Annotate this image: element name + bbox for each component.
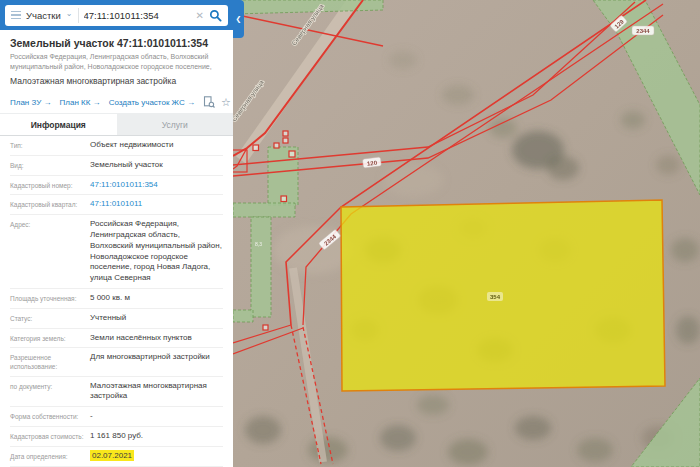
row-value: 1 161 850 руб.: [90, 431, 223, 442]
row-label: Тип:: [10, 140, 90, 151]
row-label: Площадь уточненная:: [10, 293, 90, 304]
row-label: по документу:: [10, 381, 90, 403]
row-value: 02.07.2021: [90, 451, 223, 462]
plan-links: План ЗУ →План КК →Создать участок ЖС → ☆: [0, 90, 233, 113]
table-row: Тип:Объект недвижимости: [10, 136, 223, 156]
row-label: Кадастровый номер:: [10, 180, 90, 191]
svg-text:354: 354: [490, 294, 501, 300]
plan-link[interactable]: План КК →: [60, 98, 101, 107]
info-sidebar: Участки ⌄ 47:11:101011:354 ✕ Земельный у…: [0, 0, 233, 467]
table-row: Категория земель:Земли населённых пункто…: [10, 329, 223, 349]
tab-services[interactable]: Услуги: [117, 114, 234, 135]
table-row: по документу:Малоэтажная многоквартирная…: [10, 377, 223, 408]
info-table: Тип:Объект недвижимостиВид:Земельный уча…: [0, 136, 233, 467]
parcel-label-120: 120: [362, 157, 381, 168]
table-row: Кадастровый квартал:47:11:0101011: [10, 195, 223, 215]
row-value: Учтенный: [90, 313, 223, 324]
table-row: Дата определения:02.07.2021: [10, 447, 223, 467]
clear-icon[interactable]: ✕: [196, 10, 204, 21]
green-zone-label: 8,3: [255, 241, 262, 247]
plan-link[interactable]: План ЗУ →: [10, 98, 52, 107]
row-value[interactable]: 47:11:0101011:354: [90, 180, 223, 191]
row-label: Категория земель:: [10, 333, 90, 344]
highlighted-value: 02.07.2021: [90, 450, 134, 461]
search-input[interactable]: 47:11:101011:354: [84, 10, 191, 21]
table-row: Разрешенное использование:Для многокварт…: [10, 348, 223, 376]
row-value: Объект недвижимости: [90, 140, 223, 151]
row-value: -: [90, 411, 223, 422]
row-label: Форма собственности:: [10, 411, 90, 422]
favorite-star-icon[interactable]: ☆: [221, 97, 231, 108]
row-value: 5 000 кв. м: [90, 293, 223, 304]
quarter-label-2344-top: 2344: [632, 26, 654, 35]
row-label: Адрес:: [10, 219, 90, 284]
parcel-usage-summary: Малоэтажная многоквартирная застройка: [10, 76, 223, 86]
selected-parcel-label: 354: [487, 292, 503, 301]
menu-icon[interactable]: [11, 11, 21, 20]
divider: [78, 8, 79, 23]
chevron-down-icon[interactable]: ⌄: [66, 9, 73, 18]
row-label: Дата определения:: [10, 451, 90, 462]
row-value: Земельный участок: [90, 160, 223, 171]
table-row: Статус:Учтенный: [10, 309, 223, 329]
svg-text:2344: 2344: [636, 28, 650, 34]
sidebar-collapse-button[interactable]: ❮: [233, 0, 244, 38]
row-value: Малоэтажная многоквартирная застройка: [90, 381, 223, 403]
parcel-address-summary: Российская Федерация, Ленинградская обла…: [10, 52, 223, 72]
row-value: Для многоквартирной застройки: [90, 352, 223, 371]
row-label: Вид:: [10, 160, 90, 171]
row-label: Статус:: [10, 313, 90, 324]
table-row: Вид:Земельный участок: [10, 156, 223, 176]
search-bar: Участки ⌄ 47:11:101011:354 ✕: [0, 0, 233, 30]
row-label: Разрешенное использование:: [10, 352, 90, 371]
cadastral-map[interactable]: 120 2344 2344 129 354 Северная улица Сев…: [233, 0, 700, 467]
row-value: Земли населённых пунктов: [90, 333, 223, 344]
page-title: Земельный участок 47:11:0101011:354: [10, 37, 223, 49]
search-icon[interactable]: [209, 9, 222, 22]
chevron-left-icon: ❮: [236, 15, 242, 23]
search-box[interactable]: Участки ⌄ 47:11:101011:354 ✕: [5, 5, 228, 26]
search-category-select[interactable]: Участки: [26, 10, 61, 21]
row-label: Кадастровый квартал:: [10, 199, 90, 210]
table-row: Кадастровый номер:47:11:0101011:354: [10, 176, 223, 196]
table-row: Площадь уточненная:5 000 кв. м: [10, 289, 223, 309]
table-row: Форма собственности:-: [10, 407, 223, 427]
row-value[interactable]: 47:11:0101011: [90, 199, 223, 210]
row-value: Российская Федерация, Ленинградская обла…: [90, 219, 223, 284]
tab-information[interactable]: Информация: [0, 114, 117, 135]
document-search-icon[interactable]: [203, 96, 215, 108]
tab-bar: ИнформацияУслуги: [0, 113, 233, 136]
table-row: Адрес:Российская Федерация, Ленинградска…: [10, 215, 223, 289]
plan-link[interactable]: Создать участок ЖС →: [109, 98, 195, 107]
table-row: Кадастровая стоимость:1 161 850 руб.: [10, 427, 223, 447]
map-canvas[interactable]: 120 2344 2344 129 354 Северная улица Сев…: [233, 0, 700, 467]
row-label: Кадастровая стоимость:: [10, 431, 90, 442]
